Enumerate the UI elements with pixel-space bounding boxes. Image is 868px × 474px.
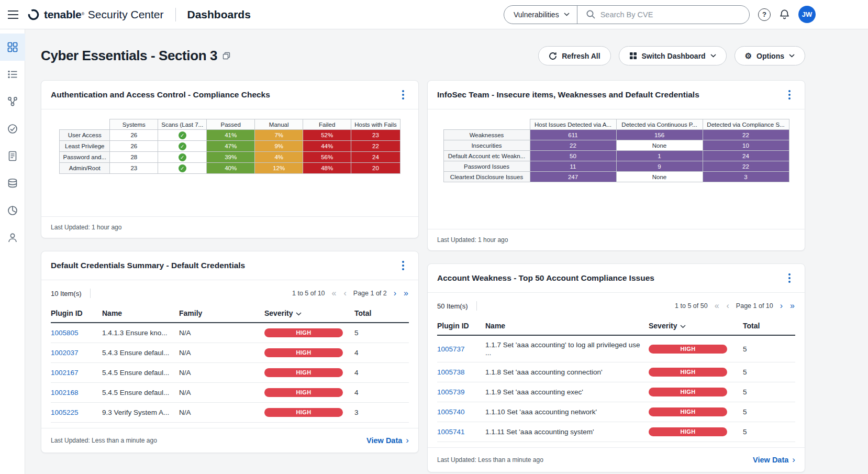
search-input[interactable] <box>600 10 741 19</box>
tenable-ring-icon <box>27 8 40 21</box>
tenable-logo[interactable]: tenable® Security Center <box>27 8 164 21</box>
prev-page-button[interactable]: ‹ <box>343 289 347 297</box>
column-header-severity[interactable]: Severity <box>649 317 743 335</box>
help-icon: ? <box>762 10 766 18</box>
sidebar-item-assets[interactable] <box>0 170 25 197</box>
divider <box>90 289 91 298</box>
divider <box>476 301 477 311</box>
plugin-id-link[interactable]: 1002037 <box>51 349 79 357</box>
next-page-button[interactable]: › <box>780 302 783 310</box>
topbar: tenable® Security Center Dashboards Vuln… <box>0 0 868 29</box>
plugin-id-link[interactable]: 1005739 <box>437 388 465 396</box>
name-cell: 1.1.9 Set 'aaa accounting exec' <box>485 382 649 402</box>
first-page-button[interactable]: « <box>714 302 720 310</box>
sidebar-item-workflow[interactable] <box>0 197 25 224</box>
table-row: 1005737 1.1.7 Set 'aaa accounting' to lo… <box>437 335 795 362</box>
help-button[interactable]: ? <box>758 8 771 21</box>
account-weakness-table: Plugin ID Name Severity Total 1005737 <box>437 317 795 442</box>
manual-cell: 9% <box>255 141 303 152</box>
plugin-id-link[interactable]: 1005805 <box>51 329 79 337</box>
search-input-wrap <box>577 9 749 19</box>
prev-page-button[interactable]: ‹ <box>726 302 730 310</box>
total-cell: 4 <box>354 363 409 383</box>
notifications-button[interactable] <box>779 9 790 20</box>
scan-status-cell: ✓ <box>158 152 207 163</box>
plugin-id-link[interactable]: 1005738 <box>437 368 465 376</box>
widget-infosec-team: InfoSec Team - Insecure items, Weaknesse… <box>427 80 805 251</box>
widget-menu-button[interactable] <box>784 271 795 285</box>
table-row: 1005739 1.1.9 Set 'aaa accounting exec' … <box>437 382 795 402</box>
item-count: 10 Item(s) <box>51 290 82 297</box>
last-updated: Last Updated: Less than a minute ago <box>51 437 157 444</box>
sidebar-item-solutions[interactable] <box>0 115 25 142</box>
plugin-id-link[interactable]: 1002167 <box>51 369 79 377</box>
column-header-severity[interactable]: Severity <box>264 304 354 323</box>
check-circle-icon: ✓ <box>179 142 186 150</box>
sidebar-item-reporting[interactable] <box>0 142 25 170</box>
row-label: Admin/Root <box>60 163 110 174</box>
sidebar-item-dashboards[interactable] <box>0 34 25 61</box>
view-data-button[interactable]: View Data › <box>366 435 409 446</box>
gear-icon: ⚙ <box>745 52 752 60</box>
widget-menu-button[interactable] <box>784 88 795 102</box>
manual-cell: 4% <box>255 152 303 163</box>
column-header-name: Name <box>102 304 179 323</box>
value-cell: 9 <box>616 161 703 172</box>
user-icon <box>7 233 18 243</box>
user-avatar[interactable]: JW <box>798 6 816 23</box>
plugin-id-link[interactable]: 1005737 <box>437 345 465 353</box>
row-label: Weaknesses <box>443 130 530 140</box>
passed-cell: 47% <box>207 141 255 152</box>
sidebar-item-users[interactable] <box>0 224 25 251</box>
total-cell: 5 <box>743 362 795 382</box>
family-cell: N/A <box>179 403 264 423</box>
plugin-id-link[interactable]: 1005225 <box>51 409 79 416</box>
table-row: Cleartext Disclosure Issues 247 None 3 <box>443 172 789 182</box>
list-controls: 10 Item(s) 1 to 5 of 10 « ‹ Page 1 of 2 … <box>41 280 418 304</box>
view-data-button[interactable]: View Data › <box>753 455 795 465</box>
refresh-all-button[interactable]: Refresh All <box>538 46 610 65</box>
search-scope-dropdown[interactable]: Vulnerabilities <box>504 6 577 24</box>
plugin-id-link[interactable]: 1002168 <box>51 389 79 396</box>
systems-cell: 26 <box>110 130 158 141</box>
sort-chevron-icon <box>680 325 686 328</box>
hosts-with-fails-cell: 23 <box>351 130 400 141</box>
widget-menu-button[interactable] <box>397 88 409 102</box>
name-cell: 5.4.5 Ensure defaul... <box>102 363 179 383</box>
infosec-table: Host Issues Detected via A... Detected v… <box>443 119 789 182</box>
value-cell: 22 <box>703 130 789 140</box>
systems-cell: 23 <box>110 163 158 174</box>
plugin-id-link[interactable]: 1005741 <box>437 428 465 436</box>
first-page-button[interactable]: « <box>331 289 337 297</box>
table-row: 1002168 5.4.5 Ensure defaul... N/A HIGH … <box>51 383 409 403</box>
last-page-button[interactable]: » <box>403 289 409 297</box>
copy-dashboard-name-button[interactable] <box>222 52 230 60</box>
widget-menu-button[interactable] <box>397 259 409 272</box>
sidebar-item-analysis[interactable] <box>0 61 25 88</box>
name-cell: 1.4.1.3 Ensure kno... <box>102 323 179 343</box>
item-count: 50 Item(s) <box>437 302 468 310</box>
hamburger-menu-button[interactable] <box>7 10 19 19</box>
plugin-id-link[interactable]: 1005740 <box>437 408 465 416</box>
severity-badge: HIGH <box>649 407 727 416</box>
widget-title: Account Weakness - Top 50 Account Compli… <box>437 273 654 283</box>
next-page-button[interactable]: › <box>393 289 397 297</box>
pie-chart-icon <box>7 205 18 216</box>
chevron-down-icon <box>710 54 716 58</box>
value-cell: None <box>616 140 703 151</box>
last-page-button[interactable]: » <box>789 302 795 310</box>
column-header: Systems <box>110 119 158 130</box>
family-cell: N/A <box>179 383 264 403</box>
value-cell: None <box>616 172 703 182</box>
failed-cell: 48% <box>303 163 351 174</box>
column-header-plugin-id: Plugin ID <box>437 317 485 335</box>
value-cell: 10 <box>703 140 789 151</box>
value-cell: 22 <box>530 140 616 151</box>
switch-dashboard-label: Switch Dashboard <box>642 52 706 60</box>
row-label: Password and... <box>60 152 110 163</box>
sidebar-item-scans[interactable] <box>0 88 25 115</box>
options-button[interactable]: ⚙ Options <box>735 46 805 65</box>
value-cell: 3 <box>703 172 789 182</box>
table-row: Password and... 28 ✓ 39% 4% 56% 24 <box>60 152 400 163</box>
switch-dashboard-button[interactable]: Switch Dashboard <box>619 46 727 65</box>
